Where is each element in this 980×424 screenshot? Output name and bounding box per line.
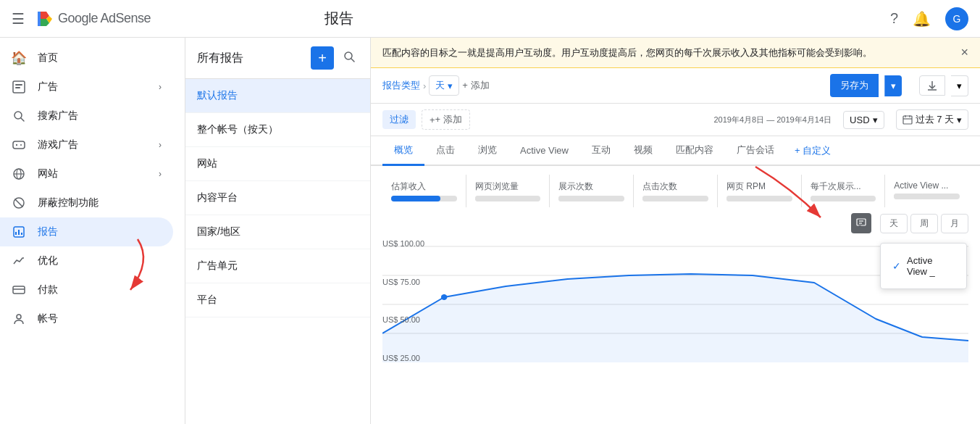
active-view-dropdown: ✓ Active View _ <box>880 243 967 289</box>
list-item[interactable]: 广告单元 <box>185 249 370 283</box>
search-reports-button[interactable] <box>340 47 359 70</box>
tab-active-view[interactable]: Active View <box>508 138 580 165</box>
add-dimension-button[interactable]: + 添加 <box>462 79 489 92</box>
account-icon <box>12 312 26 326</box>
metric-impressions: 展示次数 <box>550 175 634 207</box>
comment-icon[interactable] <box>851 213 871 233</box>
reports-panel: 所有报告 + 默认报告 整个帐号（按天） 网站 内容平台 国家/地区 广告单元 … <box>185 38 371 424</box>
period-day-button[interactable]: 天 <box>880 214 908 233</box>
svg-point-8 <box>20 144 22 146</box>
sidebar-item-label: 优化 <box>38 254 58 267</box>
logo-text: Google AdSense <box>58 11 151 26</box>
download-button[interactable] <box>919 75 945 96</box>
list-item[interactable]: 平台 <box>185 283 370 317</box>
save-as-dropdown-button[interactable]: ▾ <box>884 75 902 96</box>
reports-panel-title: 所有报告 <box>197 51 305 66</box>
sidebar-item-label: 付款 <box>38 283 58 296</box>
checkmark-icon: ✓ <box>892 260 901 272</box>
date-range-dropdown[interactable]: 过去 7 天 ▾ <box>896 109 968 130</box>
day-select-dropdown[interactable]: 天 ▾ <box>429 75 459 96</box>
sidebar-item-label: 首页 <box>38 51 58 65</box>
google-logo-icon <box>33 9 54 29</box>
page-title: 报告 <box>180 9 890 28</box>
right-content: 匹配内容的目标之一就是提高用户互动度。用户互动度提高后，您网页的每千次展示收入及… <box>371 38 980 424</box>
tab-ad-session[interactable]: 广告会话 <box>725 136 786 166</box>
reports-header: 所有报告 + <box>185 38 370 79</box>
sidebar-item-game-ads[interactable]: 游戏广告 › <box>0 130 173 159</box>
chevron-right-icon: › <box>159 169 162 179</box>
tab-overview[interactable]: 概览 <box>382 136 424 166</box>
close-notification-button[interactable]: × <box>960 45 968 60</box>
main-content: 所有报告 + 默认报告 整个帐号（按天） 网站 内容平台 国家/地区 广告单元 … <box>185 38 980 424</box>
metric-label: 每千次展示... <box>811 180 876 193</box>
tab-custom[interactable]: + 自定义 <box>789 137 837 165</box>
svg-rect-5 <box>13 141 25 149</box>
add-report-button[interactable]: + <box>311 46 334 70</box>
notification-banner: 匹配内容的目标之一就是提高用户互动度。用户互动度提高后，您网页的每千次展示收入及… <box>371 38 980 68</box>
chevron-right-icon: › <box>159 82 162 92</box>
metric-per-thousand: 每千次展示... <box>802 175 886 207</box>
tab-video[interactable]: 视频 <box>622 136 664 166</box>
usd-currency-dropdown[interactable]: USD ▾ <box>843 111 884 129</box>
ads-icon <box>12 80 26 94</box>
sidebar-item-label: 搜索广告 <box>38 109 78 122</box>
sidebar-item-optimize[interactable]: 优化 <box>0 246 173 275</box>
add-filter-button[interactable]: + + 添加 <box>422 109 470 130</box>
metric-label: Active View ... <box>894 180 960 191</box>
hamburger-icon[interactable]: ☰ <box>12 10 25 28</box>
notification-icon[interactable]: 🔔 <box>913 10 931 28</box>
period-month-button[interactable]: 月 <box>941 214 968 233</box>
metric-bar <box>558 196 624 201</box>
tab-interaction[interactable]: 互动 <box>580 136 622 166</box>
svg-point-36 <box>441 294 448 300</box>
logo-area: Google AdSense <box>33 9 151 29</box>
sidebar-item-reports[interactable]: 报告 <box>0 217 173 246</box>
svg-rect-2 <box>15 87 20 88</box>
svg-rect-28 <box>857 219 866 225</box>
reports-icon <box>12 225 26 239</box>
metric-clicks: 点击次数 <box>634 175 718 207</box>
plus-icon: + <box>430 115 435 125</box>
sidebar-item-label: 屏蔽控制功能 <box>38 196 99 209</box>
sidebar-item-ads[interactable]: 广告 › <box>0 72 173 101</box>
metric-bar <box>726 196 792 201</box>
chevron-down-icon: ▾ <box>957 115 962 125</box>
reports-list: 默认报告 整个帐号（按天） 网站 内容平台 国家/地区 广告单元 平台 <box>185 79 370 424</box>
list-item[interactable]: 网站 <box>185 147 370 181</box>
sidebar-item-account[interactable]: 帐号 <box>0 304 173 333</box>
tabs-row: 概览 点击 浏览 Active View 互动 视频 匹配内容 广告会话 + 自… <box>371 136 980 166</box>
list-item[interactable]: 默认报告 <box>185 79 370 113</box>
active-view-dropdown-item[interactable]: ✓ Active View _ <box>881 249 966 283</box>
av-item-label: Active View _ <box>907 255 955 277</box>
sidebar-item-block-control[interactable]: 屏蔽控制功能 <box>0 188 173 217</box>
list-item[interactable]: 国家/地区 <box>185 215 370 249</box>
chevron-right-icon: › <box>159 140 162 150</box>
search-ads-icon <box>12 109 26 123</box>
period-week-button[interactable]: 周 <box>910 214 938 233</box>
home-icon: 🏠 <box>12 51 26 65</box>
sidebar-item-website[interactable]: 网站 › <box>0 159 173 188</box>
avatar[interactable]: G <box>945 7 968 30</box>
game-ads-icon <box>12 138 26 152</box>
breadcrumb: 报告类型 › 天 ▾ + 添加 <box>382 75 490 96</box>
sidebar-item-home[interactable]: 🏠 首页 <box>0 43 173 72</box>
breadcrumb-reports-link[interactable]: 报告类型 <box>382 79 420 92</box>
chevron-down-icon: ▾ <box>448 80 453 91</box>
help-icon[interactable]: ? <box>890 10 898 27</box>
download-dropdown-button[interactable]: ▾ <box>951 75 968 96</box>
list-item[interactable]: 内容平台 <box>185 181 370 215</box>
svg-rect-18 <box>13 286 25 294</box>
save-as-button[interactable]: 另存为 <box>830 74 879 97</box>
tab-clicks[interactable]: 点击 <box>424 136 466 166</box>
svg-line-22 <box>351 59 354 62</box>
metric-active-view: Active View ... <box>885 175 968 207</box>
tab-browse[interactable]: 浏览 <box>466 136 508 166</box>
list-item[interactable]: 整个帐号（按天） <box>185 113 370 147</box>
sidebar-item-payment[interactable]: 付款 <box>0 275 173 304</box>
metric-page-views: 网页浏览量 <box>466 175 550 207</box>
metric-label: 点击次数 <box>642 180 708 193</box>
chart-controls: 天 周 月 <box>382 213 968 233</box>
sidebar-item-search-ads[interactable]: 搜索广告 <box>0 101 173 130</box>
sidebar-item-label: 游戏广告 <box>38 138 78 151</box>
tab-match-content[interactable]: 匹配内容 <box>664 136 725 166</box>
